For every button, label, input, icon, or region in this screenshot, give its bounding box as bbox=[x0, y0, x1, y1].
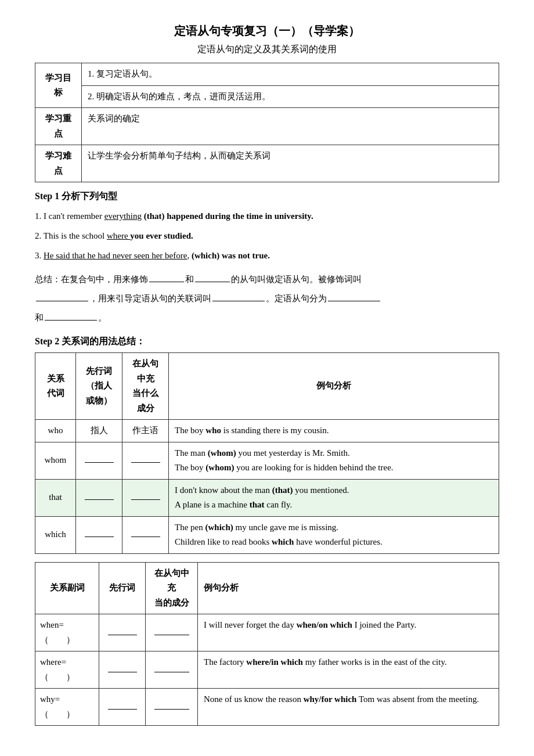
header2-keyword: 关系副词 bbox=[35, 562, 99, 614]
step1-content: 1. I can't remember everything (that) ha… bbox=[35, 207, 499, 264]
keyword-which: which bbox=[35, 516, 76, 553]
function-when bbox=[146, 614, 198, 651]
key-points-content: 关系词的确定 bbox=[82, 108, 499, 145]
step1-line2: 2. This is the school where you ever stu… bbox=[35, 227, 499, 244]
step1-line1: 1. I can't remember everything (that) ha… bbox=[35, 207, 499, 225]
summary-mid1: 的从句叫做定语从句。被修饰词叫 bbox=[231, 275, 362, 284]
key-points-label: 学习重点 bbox=[35, 108, 82, 145]
summary-mid2: ，用来引导定语从句的关联词叫 bbox=[89, 294, 211, 303]
example-whom: The man (whom) you met yesterday is Mr. … bbox=[169, 442, 499, 479]
study-goal-1: 1. 复习定语从句。 bbox=[82, 63, 499, 86]
example-which: The pen (which) my uncle gave me is miss… bbox=[169, 516, 499, 553]
step1-line3: 3. He said that he had never seen her be… bbox=[35, 247, 499, 264]
row-whom: whom The man (whom) you met yesterday is… bbox=[35, 442, 499, 479]
step2-adverb-table: 关系副词 先行词 在从句中充当的成分 例句分析 when=（ ） I will … bbox=[35, 562, 499, 726]
function-whom bbox=[122, 442, 169, 479]
antecedent-who: 指人 bbox=[76, 420, 122, 442]
antecedent-whom bbox=[76, 442, 122, 479]
antecedent-where bbox=[99, 651, 146, 689]
learning-goals-table: 学习目标 1. 复习定语从句。 2. 明确定语从句的难点，考点，进而灵活运用。 … bbox=[35, 63, 499, 182]
blank4 bbox=[212, 301, 265, 301]
row-where: where=（ ） The factory where/in which my … bbox=[35, 651, 499, 689]
difficulty-label: 学习难点 bbox=[35, 145, 82, 182]
function-that bbox=[122, 479, 169, 516]
blank1 bbox=[149, 282, 184, 282]
summary-mid3: 。定语从句分为 bbox=[266, 294, 327, 303]
antecedent-that bbox=[76, 479, 122, 516]
row-that: that I don't know about the man (that) y… bbox=[35, 479, 499, 516]
summary-end: 。 bbox=[98, 313, 107, 322]
step2-heading: Step 2 关系词的用法总结： bbox=[35, 336, 499, 348]
example-where: The factory where/in which my father wor… bbox=[198, 651, 499, 689]
header2-function: 在从句中充当的成分 bbox=[146, 562, 198, 614]
function-which bbox=[122, 516, 169, 553]
step1-heading: Step 1 分析下列句型 bbox=[35, 190, 499, 203]
blank6 bbox=[45, 320, 97, 321]
keyword-who: who bbox=[35, 420, 76, 442]
keyword-where: where=（ ） bbox=[35, 651, 99, 689]
row-which: which The pen (which) my uncle gave me i… bbox=[35, 516, 499, 553]
step2-pronoun-table: 关系代词 先行词（指人或物） 在从句中充当什么成分 例句分析 who 指人 作主… bbox=[35, 352, 499, 554]
header-function: 在从句中充当什么成分 bbox=[122, 353, 169, 420]
keyword-why: why=（ ） bbox=[35, 689, 99, 726]
header-keyword: 关系代词 bbox=[35, 353, 76, 420]
keyword-whom: whom bbox=[35, 442, 76, 479]
difficulty-content: 让学生学会分析简单句子结构，从而确定关系词 bbox=[82, 145, 499, 182]
keyword-that: that bbox=[35, 479, 76, 516]
antecedent-why bbox=[99, 689, 146, 726]
example-why: None of us know the reason why/for which… bbox=[198, 689, 499, 726]
antecedent-when bbox=[99, 614, 146, 651]
sub-title: 定语从句的定义及其关系词的使用 bbox=[35, 44, 499, 56]
header-example: 例句分析 bbox=[169, 353, 499, 420]
row-who: who 指人 作主语 The boy who is standing there… bbox=[35, 420, 499, 442]
example-that: I don't know about the man (that) you me… bbox=[169, 479, 499, 516]
antecedent-which bbox=[76, 516, 122, 553]
header2-antecedent: 先行词 bbox=[99, 562, 146, 614]
summary-label: 总结：在复合句中，用来修饰 bbox=[35, 275, 148, 284]
summary-and2: 和 bbox=[35, 313, 44, 322]
summary-and: 和 bbox=[185, 275, 194, 284]
summary-section: 总结：在复合句中，用来修饰和的从句叫做定语从句。被修饰词叫 ，用来引导定语从句的… bbox=[35, 270, 499, 327]
row-when: when=（ ） I will never forget the day whe… bbox=[35, 614, 499, 651]
blank3 bbox=[36, 301, 88, 301]
study-goal-2: 2. 明确定语从句的难点，考点，进而灵活运用。 bbox=[82, 85, 499, 108]
function-who: 作主语 bbox=[122, 420, 169, 442]
function-why bbox=[146, 689, 198, 726]
header-antecedent: 先行词（指人或物） bbox=[76, 353, 122, 420]
keyword-when: when=（ ） bbox=[35, 614, 99, 651]
function-where bbox=[146, 651, 198, 689]
blank5 bbox=[328, 301, 380, 301]
example-when: I will never forget the day when/on whic… bbox=[198, 614, 499, 651]
header2-example: 例句分析 bbox=[198, 562, 499, 614]
example-who: The boy who is standing there is my cous… bbox=[169, 420, 499, 442]
page-title: 定语从句专项复习（一）（导学案） bbox=[35, 23, 499, 39]
row-why: why=（ ） None of us know the reason why/f… bbox=[35, 689, 499, 726]
blank2 bbox=[195, 282, 230, 282]
study-goals-label: 学习目标 bbox=[35, 63, 82, 108]
